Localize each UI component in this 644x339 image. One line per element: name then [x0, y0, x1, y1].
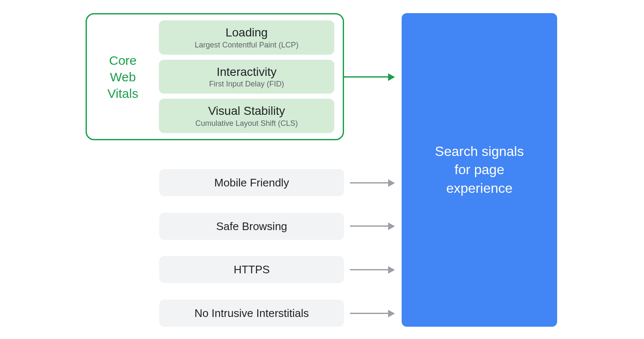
signal-no-interstitials: No Intrusive Interstitials	[159, 300, 344, 327]
arrow-core-vitals	[344, 76, 394, 78]
signal-safe-browsing: Safe Browsing	[159, 213, 344, 240]
vital-stability-subtitle: Cumulative Layout Shift (CLS)	[167, 119, 326, 128]
search-signals-destination: Search signals for page experience	[402, 13, 557, 327]
core-vitals-items: Loading Largest Contentful Paint (LCP) I…	[159, 20, 334, 133]
core-web-vitals-label: Core Web Vitals	[95, 52, 150, 102]
page-experience-diagram: Core Web Vitals Loading Largest Contentf…	[0, 0, 644, 339]
arrow-safe	[350, 225, 394, 227]
vital-stability-title: Visual Stability	[167, 104, 326, 118]
destination-line-2: for page	[455, 162, 504, 177]
destination-line-1: Search signals	[435, 144, 524, 159]
vital-loading-title: Loading	[167, 25, 326, 40]
arrow-mobile	[350, 182, 394, 183]
signal-mobile-label: Mobile Friendly	[214, 176, 289, 189]
signal-interstitials-label: No Intrusive Interstitials	[194, 307, 309, 320]
signal-mobile-friendly: Mobile Friendly	[159, 169, 344, 196]
label-line-3: Vitals	[108, 86, 139, 100]
core-web-vitals-group: Core Web Vitals Loading Largest Contentf…	[86, 13, 344, 140]
label-line-1: Core	[109, 53, 136, 67]
arrow-https	[350, 269, 394, 270]
vital-interactivity-title: Interactivity	[167, 65, 326, 79]
vital-interactivity: Interactivity First Input Delay (FID)	[159, 60, 334, 94]
label-line-2: Web	[110, 70, 136, 84]
vital-interactivity-subtitle: First Input Delay (FID)	[167, 80, 326, 89]
signal-https: HTTPS	[159, 256, 344, 283]
signal-https-label: HTTPS	[233, 263, 269, 276]
vital-loading: Loading Largest Contentful Paint (LCP)	[159, 20, 334, 55]
destination-text: Search signals for page experience	[435, 142, 524, 197]
destination-line-3: experience	[446, 181, 513, 196]
signal-safe-label: Safe Browsing	[216, 220, 287, 233]
arrow-interstitials	[350, 313, 394, 314]
vital-loading-subtitle: Largest Contentful Paint (LCP)	[167, 41, 326, 50]
vital-stability: Visual Stability Cumulative Layout Shift…	[159, 99, 334, 133]
